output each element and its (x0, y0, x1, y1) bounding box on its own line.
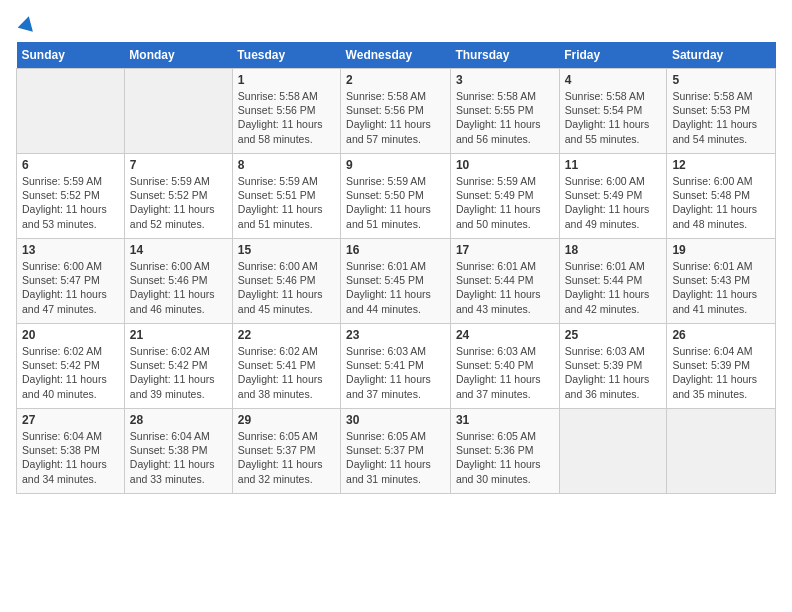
day-header-saturday: Saturday (667, 42, 776, 69)
day-number: 13 (22, 243, 119, 257)
svg-marker-0 (18, 14, 36, 32)
day-detail: Sunrise: 6:04 AM Sunset: 5:38 PM Dayligh… (130, 429, 227, 486)
day-detail: Sunrise: 6:00 AM Sunset: 5:48 PM Dayligh… (672, 174, 770, 231)
day-detail: Sunrise: 6:01 AM Sunset: 5:43 PM Dayligh… (672, 259, 770, 316)
day-detail: Sunrise: 6:01 AM Sunset: 5:44 PM Dayligh… (565, 259, 662, 316)
calendar-cell: 18Sunrise: 6:01 AM Sunset: 5:44 PM Dayli… (559, 239, 667, 324)
day-number: 31 (456, 413, 554, 427)
day-header-tuesday: Tuesday (232, 42, 340, 69)
day-number: 19 (672, 243, 770, 257)
day-detail: Sunrise: 5:59 AM Sunset: 5:49 PM Dayligh… (456, 174, 554, 231)
day-number: 17 (456, 243, 554, 257)
calendar-cell: 6Sunrise: 5:59 AM Sunset: 5:52 PM Daylig… (17, 154, 125, 239)
calendar-cell: 29Sunrise: 6:05 AM Sunset: 5:37 PM Dayli… (232, 409, 340, 494)
day-detail: Sunrise: 5:59 AM Sunset: 5:50 PM Dayligh… (346, 174, 445, 231)
day-detail: Sunrise: 6:04 AM Sunset: 5:39 PM Dayligh… (672, 344, 770, 401)
calendar-cell: 9Sunrise: 5:59 AM Sunset: 5:50 PM Daylig… (341, 154, 451, 239)
day-detail: Sunrise: 6:01 AM Sunset: 5:45 PM Dayligh… (346, 259, 445, 316)
calendar-cell (124, 69, 232, 154)
calendar-cell: 11Sunrise: 6:00 AM Sunset: 5:49 PM Dayli… (559, 154, 667, 239)
day-detail: Sunrise: 6:03 AM Sunset: 5:40 PM Dayligh… (456, 344, 554, 401)
day-detail: Sunrise: 6:05 AM Sunset: 5:37 PM Dayligh… (346, 429, 445, 486)
day-number: 26 (672, 328, 770, 342)
calendar-cell: 4Sunrise: 5:58 AM Sunset: 5:54 PM Daylig… (559, 69, 667, 154)
calendar-cell: 17Sunrise: 6:01 AM Sunset: 5:44 PM Dayli… (450, 239, 559, 324)
day-detail: Sunrise: 6:00 AM Sunset: 5:46 PM Dayligh… (238, 259, 335, 316)
day-number: 7 (130, 158, 227, 172)
day-number: 18 (565, 243, 662, 257)
logo (16, 16, 36, 32)
calendar-cell: 24Sunrise: 6:03 AM Sunset: 5:40 PM Dayli… (450, 324, 559, 409)
calendar-table: SundayMondayTuesdayWednesdayThursdayFrid… (16, 42, 776, 494)
day-header-sunday: Sunday (17, 42, 125, 69)
calendar-cell: 27Sunrise: 6:04 AM Sunset: 5:38 PM Dayli… (17, 409, 125, 494)
day-number: 2 (346, 73, 445, 87)
week-row-4: 20Sunrise: 6:02 AM Sunset: 5:42 PM Dayli… (17, 324, 776, 409)
calendar-body: 1Sunrise: 5:58 AM Sunset: 5:56 PM Daylig… (17, 69, 776, 494)
calendar-cell (667, 409, 776, 494)
day-number: 20 (22, 328, 119, 342)
header (16, 16, 776, 32)
day-header-friday: Friday (559, 42, 667, 69)
day-number: 5 (672, 73, 770, 87)
calendar-cell: 26Sunrise: 6:04 AM Sunset: 5:39 PM Dayli… (667, 324, 776, 409)
day-header-thursday: Thursday (450, 42, 559, 69)
day-detail: Sunrise: 5:58 AM Sunset: 5:56 PM Dayligh… (346, 89, 445, 146)
calendar-cell: 28Sunrise: 6:04 AM Sunset: 5:38 PM Dayli… (124, 409, 232, 494)
calendar-cell: 15Sunrise: 6:00 AM Sunset: 5:46 PM Dayli… (232, 239, 340, 324)
day-number: 21 (130, 328, 227, 342)
day-number: 28 (130, 413, 227, 427)
calendar-cell: 1Sunrise: 5:58 AM Sunset: 5:56 PM Daylig… (232, 69, 340, 154)
day-detail: Sunrise: 6:02 AM Sunset: 5:41 PM Dayligh… (238, 344, 335, 401)
calendar-cell: 3Sunrise: 5:58 AM Sunset: 5:55 PM Daylig… (450, 69, 559, 154)
day-detail: Sunrise: 5:58 AM Sunset: 5:56 PM Dayligh… (238, 89, 335, 146)
day-number: 16 (346, 243, 445, 257)
day-detail: Sunrise: 6:05 AM Sunset: 5:37 PM Dayligh… (238, 429, 335, 486)
calendar-cell: 30Sunrise: 6:05 AM Sunset: 5:37 PM Dayli… (341, 409, 451, 494)
day-detail: Sunrise: 6:00 AM Sunset: 5:49 PM Dayligh… (565, 174, 662, 231)
day-number: 23 (346, 328, 445, 342)
week-row-2: 6Sunrise: 5:59 AM Sunset: 5:52 PM Daylig… (17, 154, 776, 239)
week-row-5: 27Sunrise: 6:04 AM Sunset: 5:38 PM Dayli… (17, 409, 776, 494)
calendar-cell: 21Sunrise: 6:02 AM Sunset: 5:42 PM Dayli… (124, 324, 232, 409)
calendar-cell: 8Sunrise: 5:59 AM Sunset: 5:51 PM Daylig… (232, 154, 340, 239)
week-row-3: 13Sunrise: 6:00 AM Sunset: 5:47 PM Dayli… (17, 239, 776, 324)
day-detail: Sunrise: 5:58 AM Sunset: 5:53 PM Dayligh… (672, 89, 770, 146)
day-number: 3 (456, 73, 554, 87)
day-number: 27 (22, 413, 119, 427)
day-number: 10 (456, 158, 554, 172)
day-number: 14 (130, 243, 227, 257)
day-number: 11 (565, 158, 662, 172)
day-detail: Sunrise: 6:00 AM Sunset: 5:46 PM Dayligh… (130, 259, 227, 316)
logo-icon (18, 14, 36, 32)
day-number: 22 (238, 328, 335, 342)
calendar-header-row: SundayMondayTuesdayWednesdayThursdayFrid… (17, 42, 776, 69)
day-number: 29 (238, 413, 335, 427)
day-detail: Sunrise: 6:01 AM Sunset: 5:44 PM Dayligh… (456, 259, 554, 316)
day-number: 1 (238, 73, 335, 87)
calendar-cell: 22Sunrise: 6:02 AM Sunset: 5:41 PM Dayli… (232, 324, 340, 409)
calendar-cell: 7Sunrise: 5:59 AM Sunset: 5:52 PM Daylig… (124, 154, 232, 239)
calendar-cell: 20Sunrise: 6:02 AM Sunset: 5:42 PM Dayli… (17, 324, 125, 409)
day-header-wednesday: Wednesday (341, 42, 451, 69)
calendar-cell: 12Sunrise: 6:00 AM Sunset: 5:48 PM Dayli… (667, 154, 776, 239)
day-number: 24 (456, 328, 554, 342)
day-detail: Sunrise: 5:59 AM Sunset: 5:52 PM Dayligh… (22, 174, 119, 231)
day-detail: Sunrise: 5:59 AM Sunset: 5:51 PM Dayligh… (238, 174, 335, 231)
calendar-cell (559, 409, 667, 494)
day-number: 30 (346, 413, 445, 427)
calendar-cell: 31Sunrise: 6:05 AM Sunset: 5:36 PM Dayli… (450, 409, 559, 494)
day-number: 15 (238, 243, 335, 257)
calendar-cell: 10Sunrise: 5:59 AM Sunset: 5:49 PM Dayli… (450, 154, 559, 239)
day-detail: Sunrise: 5:58 AM Sunset: 5:54 PM Dayligh… (565, 89, 662, 146)
day-detail: Sunrise: 6:03 AM Sunset: 5:41 PM Dayligh… (346, 344, 445, 401)
day-detail: Sunrise: 6:05 AM Sunset: 5:36 PM Dayligh… (456, 429, 554, 486)
day-detail: Sunrise: 5:59 AM Sunset: 5:52 PM Dayligh… (130, 174, 227, 231)
calendar-cell (17, 69, 125, 154)
day-number: 8 (238, 158, 335, 172)
day-detail: Sunrise: 5:58 AM Sunset: 5:55 PM Dayligh… (456, 89, 554, 146)
day-detail: Sunrise: 6:02 AM Sunset: 5:42 PM Dayligh… (22, 344, 119, 401)
calendar-cell: 25Sunrise: 6:03 AM Sunset: 5:39 PM Dayli… (559, 324, 667, 409)
day-number: 6 (22, 158, 119, 172)
day-number: 4 (565, 73, 662, 87)
